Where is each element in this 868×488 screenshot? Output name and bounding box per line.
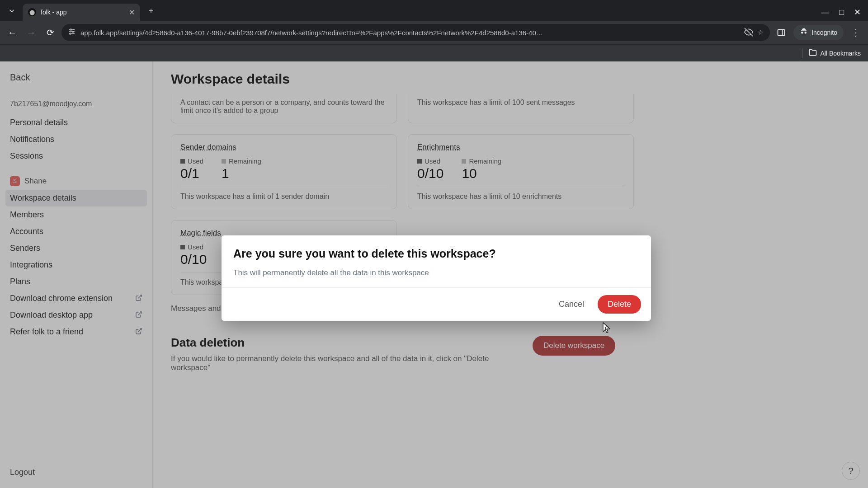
modal-desc: This will permanently delete all the dat… xyxy=(233,268,639,277)
all-bookmarks-button[interactable]: All Bookmarks xyxy=(809,48,861,58)
close-window-icon[interactable]: ✕ xyxy=(854,7,861,17)
minimize-icon[interactable]: — xyxy=(821,8,829,17)
browser-tab[interactable]: ⬤ folk - app ✕ xyxy=(23,4,140,21)
window-controls: — □ ✕ xyxy=(821,7,868,17)
svg-point-5 xyxy=(70,33,71,34)
incognito-label: Incognito xyxy=(811,29,837,36)
incognito-indicator[interactable]: Incognito xyxy=(793,25,844,40)
svg-rect-7 xyxy=(778,29,785,35)
tab-close-icon[interactable]: ✕ xyxy=(129,8,135,17)
modal-title: Are you sure you want to delete this wor… xyxy=(233,247,639,260)
tab-strip: ⬤ folk - app ✕ + — □ ✕ xyxy=(0,0,868,21)
url-text: app.folk.app/settings/4d2586d0-a136-4017… xyxy=(80,29,740,37)
app-root: Back 7b217651@moodjoy.com Personal detai… xyxy=(0,61,868,488)
bookmarks-separator xyxy=(802,48,802,58)
eye-off-icon[interactable] xyxy=(744,28,753,38)
svg-point-3 xyxy=(70,29,71,30)
new-tab-button[interactable]: + xyxy=(143,3,159,19)
site-settings-icon[interactable] xyxy=(68,28,76,38)
reload-button[interactable]: ⟳ xyxy=(42,25,58,40)
bookmarks-bar: All Bookmarks xyxy=(0,44,868,61)
tab-search-button[interactable] xyxy=(4,3,20,19)
bookmark-star-icon[interactable]: ☆ xyxy=(758,28,764,37)
folder-icon xyxy=(809,48,817,58)
browser-toolbar: ← → ⟳ app.folk.app/settings/4d2586d0-a13… xyxy=(0,21,868,44)
incognito-icon xyxy=(800,28,808,38)
address-bar[interactable]: app.folk.app/settings/4d2586d0-a136-4017… xyxy=(61,24,770,41)
svg-point-4 xyxy=(72,31,74,33)
browser-menu-icon[interactable]: ⋮ xyxy=(848,25,863,40)
all-bookmarks-label: All Bookmarks xyxy=(821,50,861,57)
delete-button[interactable]: Delete xyxy=(598,295,641,314)
browser-chrome: ⬤ folk - app ✕ + — □ ✕ ← → ⟳ app.folk.ap… xyxy=(0,0,868,61)
delete-confirm-modal: Are you sure you want to delete this wor… xyxy=(222,235,651,321)
side-panel-icon[interactable] xyxy=(774,25,789,40)
cancel-button[interactable]: Cancel xyxy=(553,296,590,313)
back-button[interactable]: ← xyxy=(5,25,20,40)
maximize-icon[interactable]: □ xyxy=(839,8,844,17)
tab-favicon: ⬤ xyxy=(28,8,36,16)
tab-title: folk - app xyxy=(41,9,124,16)
forward-button[interactable]: → xyxy=(24,25,39,40)
